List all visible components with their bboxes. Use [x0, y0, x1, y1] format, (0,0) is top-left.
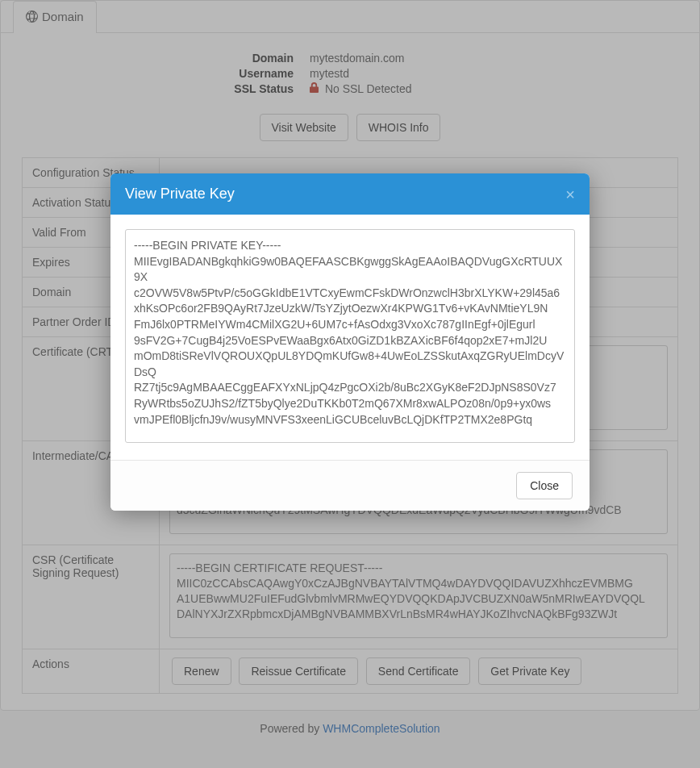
- modal-footer: Close: [110, 460, 590, 511]
- modal-title: View Private Key: [125, 186, 235, 202]
- modal-overlay[interactable]: View Private Key × Close: [0, 0, 700, 768]
- modal-body: [110, 215, 590, 460]
- private-key-textarea[interactable]: [125, 229, 575, 443]
- private-key-modal: View Private Key × Close: [110, 173, 590, 511]
- modal-close-button[interactable]: Close: [516, 472, 573, 499]
- modal-header: View Private Key ×: [110, 173, 590, 215]
- close-icon[interactable]: ×: [565, 186, 575, 202]
